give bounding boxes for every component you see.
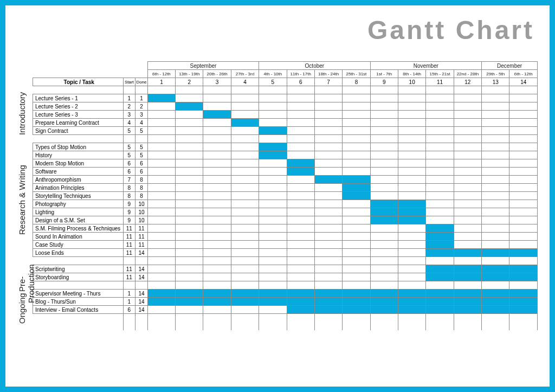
gantt-cell: [426, 143, 454, 151]
gantt-cell: [203, 265, 231, 273]
gantt-cell: [259, 233, 287, 241]
gantt-cell: [147, 273, 175, 281]
gantt-cell: [231, 192, 259, 200]
gantt-cell: [203, 273, 231, 281]
gantt-cell: [147, 184, 175, 192]
gantt-cell: [203, 168, 231, 176]
task-row: History55: [33, 151, 538, 159]
task-start: 6: [123, 159, 135, 168]
gantt-cell: [231, 233, 259, 241]
week-number: 12: [454, 78, 481, 86]
gantt-cell: [482, 306, 509, 314]
gantt-cell: [426, 241, 454, 249]
gantt-cell: [343, 159, 370, 168]
task-row: Supervisor Meeting - Thurs114: [33, 290, 538, 298]
task-row: Blog - Thurs/Sun114: [33, 298, 538, 306]
gantt-cell: [176, 192, 203, 200]
task-done: 14: [135, 249, 148, 257]
gantt-cell: [482, 241, 509, 249]
gantt-cell: [287, 119, 314, 127]
gantt-cell: [176, 119, 203, 127]
gantt-cell: [203, 176, 231, 184]
task-row: Storytelling Techniques88: [33, 192, 538, 200]
gantt-cell: [287, 184, 314, 192]
gantt-cell: [454, 176, 481, 184]
gantt-cell: [314, 168, 342, 176]
gantt-cell: [176, 265, 203, 273]
gantt-cell: [176, 306, 203, 314]
gantt-cell: [259, 168, 287, 176]
gantt-cell: [147, 224, 175, 233]
task-start: 1: [123, 290, 135, 298]
gantt-cell: [398, 224, 425, 233]
week-range: 27th - 3rd: [231, 70, 259, 78]
gantt-cell: [259, 265, 287, 273]
gantt-cell: [314, 224, 342, 233]
gantt-cell: [231, 273, 259, 281]
gantt-cell: [482, 273, 509, 281]
gantt-cell: [426, 233, 454, 241]
gantt-cell: [314, 216, 342, 224]
gantt-cell: [398, 184, 425, 192]
week-range: 6th - 12th: [147, 70, 175, 78]
gantt-cell: [259, 192, 287, 200]
task-name: Prepare Learning Contract: [33, 119, 124, 127]
gantt-cell: [426, 208, 454, 216]
gantt-cell: [259, 241, 287, 249]
gantt-cell: [147, 94, 175, 102]
gantt-cell: [426, 216, 454, 224]
week-range: 6th - 12th: [509, 70, 538, 78]
task-row: Lecture Series - 111: [33, 94, 538, 102]
gantt-cell: [370, 208, 398, 216]
gantt-cell: [482, 192, 509, 200]
gantt-cell: [147, 200, 175, 208]
gantt-cell: [370, 200, 398, 208]
gantt-cell: [343, 208, 370, 216]
gantt-cell: [370, 102, 398, 111]
task-name: S.M. Filming Process & Techniques: [33, 224, 124, 233]
gantt-cell: [370, 111, 398, 119]
gantt-cell: [231, 265, 259, 273]
gantt-cell: [370, 94, 398, 102]
gantt-cell: [147, 192, 175, 200]
gantt-cell: [482, 176, 509, 184]
gantt-cell: [370, 168, 398, 176]
week-number: 3: [203, 78, 231, 86]
gantt-cell: [176, 290, 203, 298]
gantt-cell: [231, 224, 259, 233]
gantt-cell: [482, 233, 509, 241]
gantt-cell: [454, 233, 481, 241]
gantt-cell: [426, 127, 454, 135]
gantt-cell: [370, 176, 398, 184]
gantt-cell: [370, 241, 398, 249]
gantt-cell: [287, 265, 314, 273]
gantt-cell: [176, 184, 203, 192]
week-range: 29th - 5th: [482, 70, 509, 78]
gantt-cell: [259, 306, 287, 314]
gantt-cell: [509, 208, 538, 216]
gantt-cell: [426, 176, 454, 184]
group-label: Ongoing: [17, 290, 27, 327]
task-done: 8: [135, 192, 148, 200]
gantt-cell: [287, 273, 314, 281]
gantt-cell: [454, 127, 481, 135]
task-done: 10: [135, 216, 148, 224]
task-done: 5: [135, 143, 148, 151]
gantt-cell: [314, 192, 342, 200]
gantt-cell: [287, 192, 314, 200]
gantt-cell: [231, 119, 259, 127]
task-start: 9: [123, 200, 135, 208]
gantt-cell: [259, 119, 287, 127]
gantt-cell: [314, 273, 342, 281]
gantt-cell: [231, 216, 259, 224]
gantt-cell: [287, 143, 314, 151]
week-number: 13: [482, 78, 509, 86]
group-label: Research & Writing: [17, 143, 27, 257]
gantt-cell: [343, 151, 370, 159]
gantt-cell: [287, 241, 314, 249]
gantt-cell: [398, 306, 425, 314]
gantt-cell: [509, 151, 538, 159]
gantt-cell: [370, 119, 398, 127]
gantt-cell: [398, 119, 425, 127]
gantt-cell: [398, 249, 425, 257]
